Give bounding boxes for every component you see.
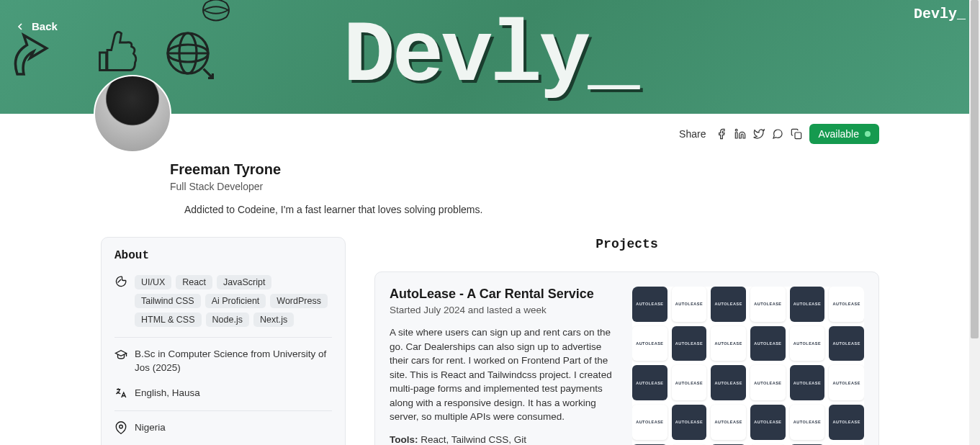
identity-block: Freeman Tyrone Full Stack Developer xyxy=(170,161,980,192)
whatsapp-icon[interactable] xyxy=(772,128,783,140)
about-languages-row: English, Hausa xyxy=(114,381,332,406)
back-button[interactable]: Back xyxy=(14,20,58,32)
tools-label: Tools: xyxy=(390,434,418,445)
skill-chip: Node.js xyxy=(206,313,249,327)
availability-label: Available xyxy=(818,128,859,140)
thumb-cell: AUTOLEASE xyxy=(750,405,786,440)
tools-value: React, Tailwind CSS, Git xyxy=(421,434,526,445)
about-heading: About xyxy=(114,249,332,262)
share-label: Share xyxy=(679,128,706,140)
project-thumbnail: AUTOLEASEAUTOLEASEAUTOLEASEAUTOLEASEAUTO… xyxy=(632,287,864,445)
svg-point-5 xyxy=(120,425,123,428)
thumb-cell: AUTOLEASE xyxy=(790,365,825,400)
thumb-cell: AUTOLEASE xyxy=(790,405,825,440)
facebook-icon[interactable] xyxy=(716,128,727,140)
thumb-cell: AUTOLEASE xyxy=(829,405,864,440)
thumb-cell: AUTOLEASE xyxy=(711,405,746,440)
education-text: B.Sc in Computer Science from University… xyxy=(135,348,332,375)
project-dates: Started July 2024 and lasted a week xyxy=(390,305,618,315)
thumb-cell: AUTOLEASE xyxy=(672,287,707,322)
thumb-cell: AUTOLEASE xyxy=(829,326,864,361)
translate-icon xyxy=(114,387,127,400)
thumb-cell: AUTOLEASE xyxy=(672,365,707,400)
skill-chips: UI/UXReactJavaScriptTailwind CSSAi Profi… xyxy=(135,275,332,327)
avatar[interactable] xyxy=(94,75,171,153)
main-content: About UI/UXReactJavaScriptTailwind CSSAi… xyxy=(0,215,980,445)
thumb-cell: AUTOLEASE xyxy=(750,287,786,322)
thumb-cell: AUTOLEASE xyxy=(750,326,786,361)
thumb-cell: AUTOLEASE xyxy=(790,326,825,361)
profile-bio: Addicted to Codeine, I'm a fast learner … xyxy=(184,204,980,215)
copy-icon[interactable] xyxy=(791,128,802,140)
skill-chip: Tailwind CSS xyxy=(135,294,201,308)
projects-heading: Projects xyxy=(374,237,879,251)
skill-chip: React xyxy=(176,275,212,289)
hero-title: Devly_ xyxy=(343,8,637,106)
project-card: AutoLease - A Car Rental Service Started… xyxy=(374,271,879,445)
thumb-cell: AUTOLEASE xyxy=(829,365,864,400)
about-location-row: Nigeria xyxy=(114,415,332,441)
project-tools: Tools: React, Tailwind CSS, Git xyxy=(390,434,618,445)
project-info: AutoLease - A Car Rental Service Started… xyxy=(390,287,618,445)
thumb-cell: AUTOLEASE xyxy=(790,287,825,322)
thumb-cell: AUTOLEASE xyxy=(632,365,667,400)
skills-icon xyxy=(114,275,127,288)
thumb-cell: AUTOLEASE xyxy=(711,287,746,322)
projects-section: Projects AutoLease - A Car Rental Servic… xyxy=(374,237,879,445)
thumb-cell: AUTOLEASE xyxy=(672,405,707,440)
skill-chip: HTML & CSS xyxy=(135,313,202,327)
thumb-cell: AUTOLEASE xyxy=(632,287,667,322)
location-text: Nigeria xyxy=(135,421,166,435)
skill-chip: Ai Proficient xyxy=(205,294,266,308)
project-title: AutoLease - A Car Rental Service xyxy=(390,287,618,302)
profile-role: Full Stack Developer xyxy=(170,181,980,192)
back-label: Back xyxy=(32,20,58,32)
about-education-row: B.Sc in Computer Science from University… xyxy=(114,342,332,381)
about-skills-row: UI/UXReactJavaScriptTailwind CSSAi Profi… xyxy=(114,269,332,333)
brand-corner[interactable]: Devly_ xyxy=(914,6,966,22)
skill-chip: UI/UX xyxy=(135,275,171,289)
thumb-cell: AUTOLEASE xyxy=(711,326,746,361)
availability-badge[interactable]: Available xyxy=(809,124,879,144)
status-dot-icon xyxy=(865,131,871,137)
scrollbar-thumb[interactable] xyxy=(971,0,979,338)
twitter-icon[interactable] xyxy=(753,128,765,140)
profile-name: Freeman Tyrone xyxy=(170,161,980,178)
graduation-cap-icon xyxy=(114,348,127,361)
thumb-cell: AUTOLEASE xyxy=(632,405,667,440)
skill-chip: Next.js xyxy=(253,313,294,327)
svg-rect-4 xyxy=(795,132,801,139)
sub-header: Share Available xyxy=(0,114,980,144)
divider xyxy=(114,410,332,411)
project-description: A site where users can sign up and rent … xyxy=(390,325,618,424)
languages-text: English, Hausa xyxy=(135,387,200,400)
scrollbar[interactable] xyxy=(969,0,980,445)
thumb-cell: AUTOLEASE xyxy=(672,326,707,361)
thumb-cell: AUTOLEASE xyxy=(632,326,667,361)
about-card: About UI/UXReactJavaScriptTailwind CSSAi… xyxy=(101,237,346,445)
divider xyxy=(114,337,332,338)
map-pin-icon xyxy=(114,421,127,434)
thumb-cell: AUTOLEASE xyxy=(750,365,786,400)
thumb-cell: AUTOLEASE xyxy=(711,365,746,400)
skill-chip: JavaScript xyxy=(217,275,271,289)
thumb-cell: AUTOLEASE xyxy=(829,287,864,322)
share-icons xyxy=(716,128,802,140)
linkedin-icon[interactable] xyxy=(734,128,746,140)
about-phone-row: 07031664328 xyxy=(114,441,332,445)
skill-chip: WordPress xyxy=(270,294,328,308)
